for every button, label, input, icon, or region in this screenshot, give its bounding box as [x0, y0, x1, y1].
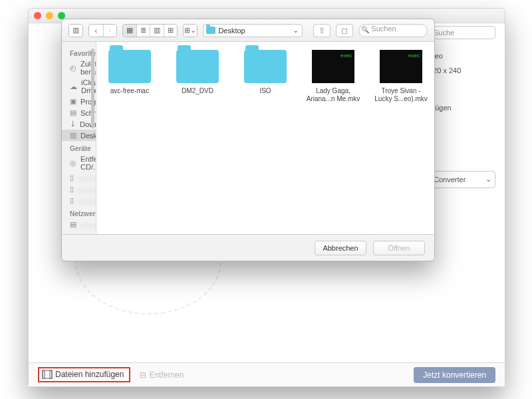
sidebar-toggle-icon[interactable]: ▥: [69, 25, 82, 37]
dialog-search-placeholder: Suchen: [371, 25, 396, 33]
svg-rect-0: [43, 370, 52, 378]
cloud-icon: ☁: [70, 82, 77, 91]
disc-icon: ◎: [70, 159, 76, 168]
share-icon: ⇧: [319, 26, 325, 35]
downloads-icon: ⤓: [70, 120, 76, 128]
view-gallery-button[interactable]: ⊞: [164, 25, 177, 37]
convert-button[interactable]: Jetzt konvertieren: [414, 367, 495, 383]
format-hint: ideo: [429, 49, 495, 63]
window-controls: [34, 12, 65, 19]
arrange-segment[interactable]: ⊞⌄: [183, 24, 198, 37]
desktop-icon: ▤: [70, 108, 76, 117]
back-button[interactable]: ‹: [89, 25, 102, 37]
desktop-icon: ▥: [70, 131, 76, 140]
apps-icon: ▣: [70, 97, 76, 106]
file-name: Troye Sivan - Lucky S...eo).mkv: [373, 87, 429, 103]
sidebar: Favoriten ◴Zuletzt benutzt ☁iCloud Drive…: [62, 42, 96, 234]
server-icon: ▤: [70, 220, 76, 229]
remove-icon: ⊟: [140, 370, 146, 380]
file-item[interactable]: avc-free-mac: [102, 50, 158, 95]
drive-icon: ▯: [70, 174, 74, 182]
open-dialog: ▥ ‹ › ▦ ≣ ▥ ⊞ ⊞⌄ Desktop ⇧ ◻ Suchen Favo: [61, 19, 435, 261]
remove-label: Entfernen: [149, 370, 184, 380]
file-name: DM2_DVD: [170, 87, 225, 95]
dialog-body: Favoriten ◴Zuletzt benutzt ☁iCloud Drive…: [62, 42, 434, 234]
bottom-toolbar: Dateien hinzufügen ⊟ Entfernen Jetzt kon…: [29, 362, 505, 386]
dialog-toolbar: ▥ ‹ › ▦ ≣ ▥ ⊞ ⊞⌄ Desktop ⇧ ◻ Suchen: [62, 19, 434, 42]
folder-icon: [206, 27, 215, 34]
share-button[interactable]: ⇧: [313, 24, 331, 37]
video-icon: exec: [312, 50, 354, 83]
network-header: Netzwerk: [70, 210, 96, 217]
minimize-icon[interactable]: [46, 12, 53, 19]
open-button[interactable]: Öffnen: [373, 241, 425, 255]
location-label: Desktop: [218, 27, 245, 35]
sidebar-item-network[interactable]: ▤———: [62, 219, 96, 230]
sidebar-item-desktop[interactable]: ▥Desktop: [62, 130, 96, 141]
file-name: Lady Gaga, Ariana...n Me.mkv: [305, 87, 361, 103]
nav-segment: ▥: [68, 24, 83, 37]
folder-icon: [244, 50, 287, 83]
forward-button[interactable]: ›: [103, 25, 116, 37]
remove-button: ⊟ Entfernen: [140, 370, 184, 380]
app-search-input[interactable]: Suche: [429, 26, 495, 39]
sidebar-item-device[interactable]: ▯———: [62, 184, 96, 195]
tags-button[interactable]: ◻: [336, 24, 353, 37]
devices-header: Geräte: [70, 145, 96, 152]
dialog-footer: Abbrechen Öffnen: [62, 234, 434, 261]
sidebar-item-device[interactable]: ▯———: [62, 172, 96, 184]
convert-label: Jetzt konvertieren: [423, 370, 486, 380]
file-item[interactable]: DM2_DVD: [170, 50, 225, 95]
arrange-icon: ⊞⌄: [184, 25, 197, 37]
dialog-search-input[interactable]: Suchen: [358, 24, 428, 37]
scrollbar[interactable]: [91, 49, 94, 128]
sidebar-item-remote-disc[interactable]: ◎Entfernte CD/...: [62, 154, 96, 172]
folder-icon: [176, 50, 219, 83]
close-icon[interactable]: [34, 12, 41, 19]
view-icons-button[interactable]: ▦: [123, 25, 136, 37]
history-segment: ‹ ›: [88, 24, 117, 37]
file-item[interactable]: execTroye Sivan - Lucky S...eo).mkv: [373, 50, 429, 103]
file-name: ISO: [237, 87, 293, 95]
sidebar-item-device[interactable]: ▯———: [62, 195, 96, 206]
profile-select[interactable]: Converter: [429, 171, 495, 188]
side-panel: ideo 320 x 240 nfügen Converter: [429, 49, 495, 188]
file-item[interactable]: ISO: [237, 50, 293, 95]
folder-icon: [108, 50, 151, 83]
search-placeholder: Suche: [434, 29, 454, 37]
file-grid[interactable]: avc-free-mac DM2_DVD ISO execLady Gaga, …: [96, 42, 434, 234]
add-files-button[interactable]: Dateien hinzufügen: [38, 367, 130, 382]
tags-icon: ◻: [341, 26, 348, 35]
location-popup[interactable]: Desktop: [203, 24, 303, 37]
drive-icon: ▯: [70, 185, 74, 194]
view-list-button[interactable]: ≣: [136, 25, 150, 37]
view-columns-button[interactable]: ▥: [150, 25, 163, 37]
view-segment: ▦ ≣ ▥ ⊞: [122, 24, 178, 37]
svg-rect-2: [50, 370, 52, 378]
video-icon: exec: [380, 50, 422, 83]
profile-label: Converter: [434, 172, 466, 187]
file-item[interactable]: execLady Gaga, Ariana...n Me.mkv: [305, 50, 361, 103]
resolution-text: 320 x 240: [429, 63, 495, 78]
file-name: avc-free-mac: [102, 87, 158, 95]
add-files-label: Dateien hinzufügen: [55, 370, 124, 379]
film-icon: [42, 370, 53, 379]
cancel-button[interactable]: Abbrechen: [315, 241, 366, 255]
clock-icon: ◴: [70, 64, 76, 72]
drive-icon: ▯: [70, 196, 74, 205]
svg-rect-1: [43, 370, 45, 378]
add-hint: nfügen: [429, 100, 495, 115]
